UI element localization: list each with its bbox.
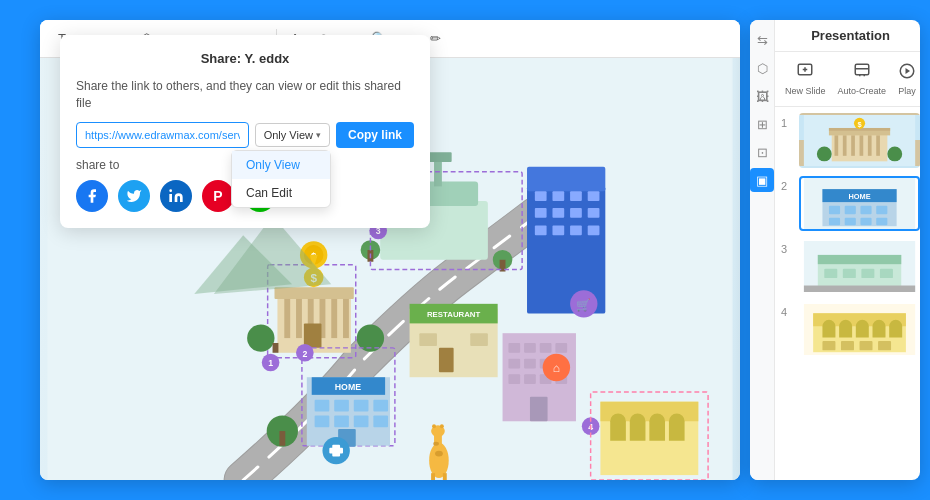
svg-rect-4 — [552, 191, 564, 201]
new-slide-label: New Slide — [785, 86, 826, 96]
svg-text:⌂: ⌂ — [553, 361, 560, 374]
svg-rect-39 — [273, 343, 279, 353]
share-modal-title: Share: Y. eddx — [76, 51, 414, 66]
svg-rect-68 — [555, 343, 567, 353]
svg-rect-129 — [829, 206, 840, 214]
slide-item-3[interactable]: 3 — [781, 239, 920, 294]
svg-rect-132 — [876, 206, 887, 214]
svg-point-124 — [887, 147, 902, 162]
svg-rect-141 — [843, 269, 856, 278]
svg-rect-6 — [588, 191, 600, 201]
auto-create-button[interactable]: Auto-Create — [832, 58, 893, 100]
svg-rect-150 — [860, 341, 873, 350]
slide-thumb-2: HOME — [799, 176, 920, 231]
svg-rect-12 — [552, 226, 564, 236]
svg-rect-120 — [876, 135, 880, 155]
slide-thumb-1: $ — [799, 113, 920, 168]
svg-rect-74 — [524, 374, 536, 384]
svg-rect-48 — [334, 400, 349, 412]
slide-item-1[interactable]: 1 — [781, 113, 920, 168]
svg-point-100 — [432, 424, 436, 428]
svg-rect-80 — [329, 448, 343, 454]
slide-number-3: 3 — [781, 243, 793, 255]
svg-rect-131 — [860, 206, 871, 214]
only-view-option[interactable]: Only View — [232, 151, 330, 179]
share-link-row: Only View ▾ Copy link Only View Can Edit — [76, 122, 414, 148]
slide-number-1: 1 — [781, 117, 793, 129]
sidebar-shapes-icon[interactable]: ⬡ — [750, 56, 774, 80]
panel-header-title: Presentation — [775, 20, 920, 52]
svg-rect-70 — [524, 359, 536, 369]
linkedin-share-button[interactable] — [160, 180, 192, 212]
slide-number-2: 2 — [781, 180, 793, 192]
svg-rect-117 — [851, 135, 855, 155]
pinterest-share-button[interactable]: P — [202, 180, 234, 212]
twitter-share-button[interactable] — [118, 180, 150, 212]
svg-point-38 — [247, 324, 274, 351]
svg-rect-73 — [508, 374, 520, 384]
svg-rect-149 — [841, 341, 854, 350]
svg-rect-47 — [315, 400, 330, 412]
sidebar-arrows-icon[interactable]: ⇆ — [750, 28, 774, 52]
dropdown-label: Only View — [264, 129, 313, 141]
new-slide-button[interactable]: New Slide — [779, 58, 832, 100]
svg-rect-115 — [834, 135, 838, 155]
svg-rect-3 — [535, 191, 547, 201]
svg-rect-10 — [588, 208, 600, 218]
slide-thumb-3 — [799, 239, 920, 294]
svg-text:3: 3 — [376, 226, 381, 236]
share-description: Share the link to others, and they can v… — [76, 78, 414, 112]
svg-text:RESTAURANT: RESTAURANT — [427, 310, 480, 319]
svg-rect-139 — [818, 255, 901, 264]
svg-rect-26 — [284, 299, 290, 338]
svg-rect-54 — [373, 415, 388, 427]
slide-number-4: 4 — [781, 306, 793, 318]
svg-rect-130 — [845, 206, 856, 214]
svg-rect-69 — [508, 359, 520, 369]
share-modal: Share: Y. eddx Share the link to others,… — [60, 35, 430, 228]
svg-text:HOME: HOME — [848, 192, 870, 201]
svg-rect-151 — [878, 341, 891, 350]
svg-rect-7 — [535, 208, 547, 218]
can-edit-option[interactable]: Can Edit — [232, 179, 330, 207]
right-panel: ⇆ ⬡ 🖼 ⊞ ⊡ ▣ Presentation New Slide — [750, 20, 920, 480]
svg-marker-110 — [906, 68, 911, 74]
copy-link-button[interactable]: Copy link — [336, 122, 414, 148]
svg-rect-135 — [860, 218, 871, 225]
svg-rect-13 — [570, 226, 582, 236]
main-canvas: T ↙ ⌐ ⬡ ▭ — ▲ ▱ A ◎ ↗ 🔍 ◻ ✏ — [40, 20, 740, 480]
share-link-input[interactable] — [76, 122, 249, 148]
svg-text:HOME: HOME — [335, 382, 362, 392]
svg-point-97 — [433, 442, 439, 446]
facebook-share-button[interactable] — [76, 180, 108, 212]
svg-rect-14 — [588, 226, 600, 236]
svg-rect-133 — [829, 218, 840, 225]
svg-rect-30 — [331, 299, 337, 338]
sidebar-image-icon[interactable]: 🖼 — [750, 84, 774, 108]
svg-point-104 — [169, 189, 172, 192]
svg-rect-148 — [822, 341, 835, 350]
svg-point-96 — [435, 451, 443, 457]
svg-rect-99 — [443, 473, 447, 480]
slide-item-2[interactable]: 2 HOME — [781, 176, 920, 231]
sidebar-resize-icon[interactable]: ⊡ — [750, 140, 774, 164]
svg-rect-134 — [845, 218, 856, 225]
svg-rect-77 — [530, 397, 548, 421]
sidebar-presentation-icon[interactable]: ▣ — [750, 168, 774, 192]
svg-rect-5 — [570, 191, 582, 201]
play-button[interactable]: Play — [892, 58, 920, 100]
svg-rect-31 — [343, 299, 349, 338]
svg-rect-103 — [279, 431, 285, 446]
view-permission-dropdown[interactable]: Only View ▾ — [255, 123, 330, 147]
svg-rect-52 — [334, 415, 349, 427]
svg-rect-11 — [535, 226, 547, 236]
svg-rect-63 — [470, 333, 488, 346]
svg-text:2: 2 — [302, 349, 307, 359]
slide-item-4[interactable]: 4 — [781, 302, 920, 357]
svg-rect-67 — [540, 343, 552, 353]
new-slide-icon — [796, 62, 814, 84]
svg-rect-142 — [861, 269, 874, 278]
sidebar-grid-icon[interactable]: ⊞ — [750, 112, 774, 136]
slide-thumb-4 — [799, 302, 920, 357]
svg-point-123 — [817, 147, 832, 162]
